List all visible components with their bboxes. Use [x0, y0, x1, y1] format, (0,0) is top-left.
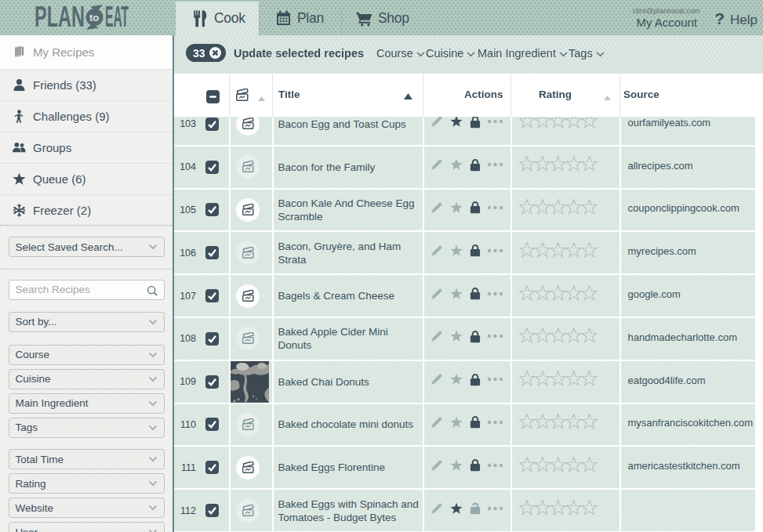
svg-text:EAT: EAT	[105, 4, 129, 31]
svg-text:PLAN: PLAN	[35, 4, 85, 31]
svg-text:to: to	[89, 12, 99, 24]
